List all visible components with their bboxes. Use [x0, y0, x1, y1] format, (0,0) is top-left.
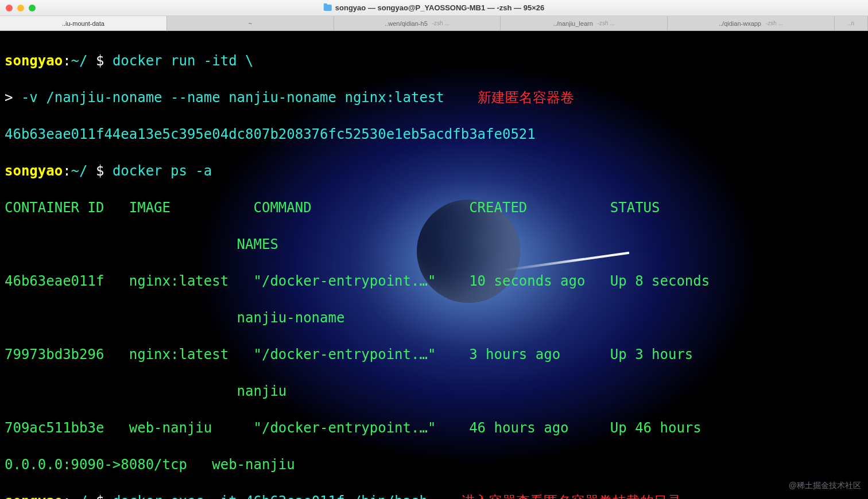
tab-label: ~ [248, 20, 251, 27]
user: songyao [5, 53, 63, 69]
window-title-text: songyao — songyao@P_YAOSSONG-MB1 — -zsh … [335, 3, 544, 12]
tab-5[interactable]: ..n [835, 16, 868, 30]
table-header: CONTAINER ID IMAGE COMMAND CREATED STATU… [5, 198, 863, 217]
prompt-continuation: > -v /nanjiu-noname --name nanjiu-noname… [5, 88, 863, 107]
tab-label: ../qidian-wxapp [719, 20, 761, 27]
tab-label: ..iu-mount-data [62, 20, 104, 27]
annotation: 进入容器查看匿名容器卷挂载的目录 [428, 493, 681, 499]
table-row: nanjiu [5, 382, 863, 400]
tab-sub: -zsh ... [432, 20, 450, 26]
prompt-line: songyao:~/ $ docker ps -a [5, 162, 863, 180]
tab-sub: -zsh ... [598, 20, 615, 26]
terminal-area[interactable]: songyao:~/ $ docker run -itd \ > -v /nan… [0, 31, 868, 499]
tab-2[interactable]: ..wen/qidian-h5 -zsh ... [334, 16, 501, 30]
window-title: songyao — songyao@P_YAOSSONG-MB1 — -zsh … [324, 3, 544, 12]
maximize-icon[interactable] [29, 5, 36, 11]
tab-0[interactable]: ..iu-mount-data [0, 16, 167, 30]
command: docker ps -a [113, 163, 212, 179]
annotation: 新建匿名容器卷 [444, 89, 574, 106]
tab-label: ..wen/qidian-h5 [385, 20, 428, 27]
table-row: 0.0.0.0:9090->8080/tcp web-nanjiu [5, 455, 863, 474]
tab-sub: -zsh ... [766, 20, 783, 26]
traffic-lights [6, 5, 36, 11]
prompt-line: songyao:~/ $ docker exec -it 46b63eae011… [5, 492, 863, 499]
minimize-icon[interactable] [17, 5, 24, 11]
window-title-bar: songyao — songyao@P_YAOSSONG-MB1 — -zsh … [0, 0, 868, 16]
tab-3[interactable]: ../nanjiu_learn -zsh ... [501, 16, 668, 30]
close-icon[interactable] [6, 5, 13, 11]
table-row: nanjiu-noname [5, 309, 863, 327]
command: docker exec -it 46b63eae011f /bin/bash [113, 493, 428, 499]
watermark: @稀土掘金技术社区 [789, 476, 861, 494]
tab-bar: ..iu-mount-data ~ ..wen/qidian-h5 -zsh .… [0, 16, 868, 31]
tab-label: ../nanjiu_learn [553, 20, 593, 27]
table-row: 79973bd3b296 nginx:latest "/docker-entry… [5, 345, 863, 364]
table-row: 709ac511bb3e web-nanjiu "/docker-entrypo… [5, 419, 863, 437]
command: docker run -itd \ [113, 53, 254, 69]
table-row: 46b63eae011f nginx:latest "/docker-entry… [5, 272, 863, 290]
prompt-line: songyao:~/ $ docker run -itd \ [5, 52, 863, 70]
tab-4[interactable]: ../qidian-wxapp -zsh ... [668, 16, 835, 30]
table-header: NAMES [5, 235, 863, 254]
folder-icon [324, 5, 332, 11]
output-container-id: 46b63eae011f44ea13e5c395e04dc807b208376f… [5, 125, 863, 143]
tab-1[interactable]: ~ [167, 16, 334, 30]
tab-sub: ..n [848, 20, 854, 26]
